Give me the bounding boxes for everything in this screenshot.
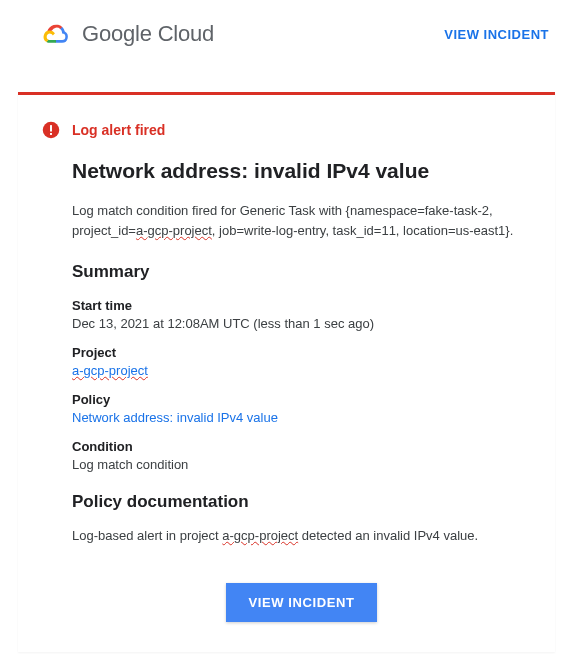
policy-docs-heading: Policy documentation bbox=[72, 492, 531, 512]
google-cloud-icon bbox=[40, 18, 72, 50]
condition-label: Condition bbox=[72, 439, 531, 454]
svg-rect-2 bbox=[50, 133, 52, 135]
policy-field: Policy Network address: invalid IPv4 val… bbox=[72, 392, 531, 425]
summary-heading: Summary bbox=[72, 262, 531, 282]
error-icon bbox=[42, 121, 60, 139]
button-row: VIEW INCIDENT bbox=[72, 583, 531, 622]
start-time-value: Dec 13, 2021 at 12:08AM UTC (less than 1… bbox=[72, 316, 531, 331]
alert-label: Log alert fired bbox=[72, 122, 165, 138]
view-incident-button[interactable]: VIEW INCIDENT bbox=[226, 583, 376, 622]
policy-docs-text: Log-based alert in project a-gcp-project… bbox=[72, 528, 531, 543]
incident-title: Network address: invalid IPv4 value bbox=[72, 159, 531, 183]
incident-card: Log alert fired Network address: invalid… bbox=[18, 92, 555, 652]
start-time-field: Start time Dec 13, 2021 at 12:08AM UTC (… bbox=[72, 298, 531, 331]
project-field: Project a-gcp-project bbox=[72, 345, 531, 378]
brand-text: Google Cloud bbox=[82, 21, 214, 47]
alert-header-row: Log alert fired bbox=[42, 121, 531, 139]
svg-rect-1 bbox=[50, 125, 52, 131]
project-link[interactable]: a-gcp-project bbox=[72, 363, 531, 378]
condition-field: Condition Log match condition bbox=[72, 439, 531, 472]
policy-link[interactable]: Network address: invalid IPv4 value bbox=[72, 410, 531, 425]
incident-description: Log match condition fired for Generic Ta… bbox=[72, 201, 531, 240]
page-header: Google Cloud VIEW INCIDENT bbox=[0, 0, 573, 68]
brand-logo: Google Cloud bbox=[40, 18, 214, 50]
view-incident-link[interactable]: VIEW INCIDENT bbox=[444, 27, 549, 42]
project-label: Project bbox=[72, 345, 531, 360]
policy-label: Policy bbox=[72, 392, 531, 407]
incident-body: Network address: invalid IPv4 value Log … bbox=[42, 159, 531, 622]
condition-value: Log match condition bbox=[72, 457, 531, 472]
start-time-label: Start time bbox=[72, 298, 531, 313]
